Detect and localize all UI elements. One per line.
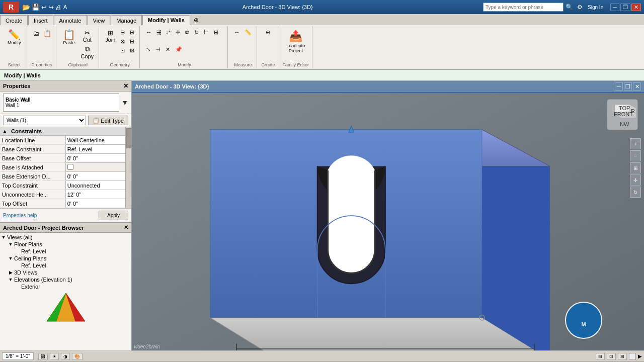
save-btn[interactable]: 💾 <box>32 4 40 11</box>
viewport-header: Arched Door - 3D View: {3D} ─ ❐ ✕ <box>132 81 644 93</box>
checkbox-base-is-attached[interactable] <box>67 164 73 170</box>
tree-item-ceiling-plans[interactable]: ▼Ceiling Plans <box>0 255 131 262</box>
tree-item-ref-level-fp[interactable]: Ref. Level <box>0 248 131 255</box>
trim-btn[interactable]: ⊢ <box>202 28 211 37</box>
split-btn[interactable]: ⊣ <box>153 45 163 54</box>
zoom-out-btn[interactable]: − <box>630 150 641 161</box>
restore-btn[interactable]: ❐ <box>620 4 630 11</box>
visual-style-btn[interactable]: ⊡ <box>607 353 616 360</box>
viewcube[interactable]: TOP FRONT R NW <box>605 97 640 132</box>
props-scrollbar[interactable] <box>125 127 131 208</box>
search-input[interactable] <box>483 3 564 12</box>
move-btn[interactable]: ✛ <box>174 28 182 37</box>
viewport: Arched Door - 3D View: {3D} ─ ❐ ✕ <box>132 81 644 350</box>
tree-item-ref-level-cp[interactable]: Ref. Level <box>0 262 131 269</box>
undo-btn[interactable]: ↩ <box>41 4 47 11</box>
render-btn[interactable]: 🎨 <box>72 353 83 360</box>
filter-select[interactable]: Walls (1) <box>3 116 86 125</box>
properties-help-link[interactable]: Properties help <box>3 213 37 218</box>
wall-join-btn[interactable]: ⊟ <box>118 28 127 37</box>
shadow-btn[interactable]: ◑ <box>61 353 70 360</box>
redo-btn[interactable]: ↪ <box>48 4 54 11</box>
navigation-controls: + − ⊞ ✛ ↻ <box>630 138 641 198</box>
type-prop-btn[interactable]: 📋 <box>42 28 53 39</box>
zoom-in-btn[interactable]: + <box>630 138 641 149</box>
type-selector: Basic Wall Wall 1 ▼ <box>0 92 131 114</box>
geom-btn2[interactable]: ⊠ <box>118 37 127 46</box>
tab-annotate[interactable]: Annotate <box>54 15 87 25</box>
constraints-collapse-btn[interactable]: ▲ <box>2 128 8 134</box>
print-btn[interactable]: 🖨 <box>55 4 62 11</box>
tree-item-floor-plans[interactable]: ▼Floor Plans <box>0 241 131 248</box>
geom-btn3[interactable]: ⊡ <box>118 46 127 55</box>
tab-icon[interactable]: ⊕ <box>191 15 202 25</box>
viewport-minimize-btn[interactable]: ─ <box>615 82 623 90</box>
sun-path-btn[interactable]: ☀ <box>50 353 59 360</box>
align-btn[interactable]: ↔ <box>144 28 153 36</box>
geom-btn5[interactable]: ⊟ <box>128 37 136 46</box>
open-btn[interactable]: 📂 <box>22 4 30 11</box>
prop-icon-btn[interactable]: 🗂 <box>31 28 41 39</box>
tree-item-exterior[interactable]: Exterior <box>0 283 131 290</box>
cut-btn[interactable]: ✂ Cut <box>79 28 96 44</box>
apply-button[interactable]: Apply <box>99 211 128 220</box>
zoom-fit-btn[interactable]: ⊞ <box>630 162 641 173</box>
search-icon[interactable]: 🔍 <box>566 4 573 11</box>
array-btn[interactable]: ⊞ <box>212 28 220 37</box>
pin-btn[interactable]: 📌 <box>173 45 184 54</box>
tree-toggle-elevations[interactable]: ▼ <box>7 277 14 282</box>
paste-btn[interactable]: 📋 Paste <box>60 28 78 47</box>
type-arrow-btn[interactable]: ▼ <box>121 99 128 107</box>
viewport-canvas[interactable]: 15' - 0" TOP FRONT R <box>132 93 644 350</box>
edit-type-button[interactable]: 📋 Edit Type <box>88 116 128 125</box>
measure-btn[interactable]: 📏 <box>243 28 254 37</box>
tree-toggle-views[interactable]: ▼ <box>0 235 7 240</box>
tab-view[interactable]: View <box>88 15 111 25</box>
graphic-display-btn[interactable]: ⊞ <box>618 353 627 360</box>
pan-btn[interactable]: ✛ <box>630 174 641 186</box>
model-graphics-btn[interactable]: 🖼 <box>38 353 48 360</box>
viewport-close-btn[interactable]: ✕ <box>633 82 641 90</box>
options-icon[interactable]: ⚙ <box>577 4 583 11</box>
join-btn[interactable]: ⊞ Join <box>103 28 117 44</box>
close-btn[interactable]: ✕ <box>631 4 641 11</box>
measure-group-label: Measure <box>234 61 252 67</box>
browser-close-btn[interactable]: ✕ <box>124 224 128 231</box>
sign-in-btn[interactable]: Sign In <box>588 5 603 10</box>
tab-modify-walls[interactable]: Modify | Walls <box>142 15 190 25</box>
toolbar-sep1 <box>36 353 36 360</box>
tab-insert[interactable]: Insert <box>28 15 53 25</box>
progress-indicator <box>629 353 636 360</box>
viewport-restore-btn[interactable]: ❐ <box>624 82 632 90</box>
scale-btn[interactable]: ⤡ <box>144 45 152 54</box>
scrollbar-thumb[interactable] <box>126 128 131 148</box>
copy-btn[interactable]: ⧉ Copy <box>79 44 96 60</box>
tree-item-3d-views[interactable]: ▶3D Views <box>0 269 131 276</box>
rotate-btn[interactable]: ↻ <box>192 28 201 37</box>
tab-manage[interactable]: Manage <box>111 15 142 25</box>
properties-close-btn[interactable]: ✕ <box>123 82 128 89</box>
geom-btn6[interactable]: ⊠ <box>128 46 136 55</box>
offset-btn[interactable]: ⇶ <box>154 28 163 37</box>
mirror-btn[interactable]: ⇌ <box>164 28 173 37</box>
rotate-btn[interactable]: ↻ <box>630 187 641 198</box>
create-btn[interactable]: ⊕ <box>264 28 272 37</box>
tree-item-elevations[interactable]: ▼Elevations (Elevation 1) <box>0 276 131 283</box>
settings-btn[interactable]: A <box>63 4 67 10</box>
copy2-btn[interactable]: ⧉ <box>183 28 191 37</box>
scale-display[interactable]: 1/8" = 1'-0" <box>2 352 34 360</box>
geom-btn4[interactable]: ⊞ <box>128 28 136 37</box>
tree-toggle-floor-plans[interactable]: ▼ <box>7 242 14 247</box>
modify-btn[interactable]: ✏️ Modify <box>5 28 24 47</box>
family-editor-group-label: Family Editor <box>282 61 309 67</box>
load-into-project-btn[interactable]: 📤 Load intoProject <box>283 28 309 55</box>
dimension-btn[interactable]: ↔ <box>232 28 242 36</box>
tree-toggle-ceiling-plans[interactable]: ▼ <box>7 256 14 261</box>
delete-btn[interactable]: ✕ <box>164 45 172 54</box>
detail-level-btn[interactable]: ⊟ <box>596 353 605 360</box>
tab-create[interactable]: Create <box>0 15 28 25</box>
minimize-btn[interactable]: ─ <box>610 4 619 11</box>
tree-item-views[interactable]: ▼Views (all) <box>0 234 131 241</box>
toolbar-arrow[interactable]: ▶ <box>638 353 642 359</box>
tree-toggle-3d-views[interactable]: ▶ <box>7 270 14 275</box>
